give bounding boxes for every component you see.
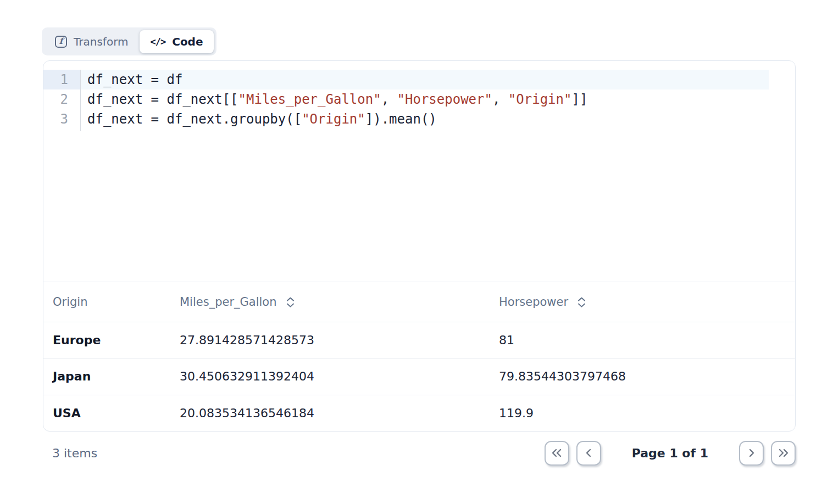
double-chevron-right-icon xyxy=(778,449,790,457)
code-line[interactable]: df_next = df_next.groupby(["Origin"]).me… xyxy=(81,109,795,129)
tab-transform[interactable]: f Transform xyxy=(45,30,138,53)
code-line[interactable]: df_next = df xyxy=(81,70,769,89)
line-number: 2 xyxy=(43,89,80,109)
previous-page-button[interactable] xyxy=(576,441,601,466)
column-header-miles-per-gallon[interactable]: Miles_per_Gallon xyxy=(180,295,499,309)
table-header-row: Origin Miles_per_Gallon Horsepower xyxy=(43,282,795,322)
code-editor[interactable]: 1 2 3 df_next = df df_next = df_next[["M… xyxy=(43,61,795,282)
column-header-label: Horsepower xyxy=(499,295,568,309)
cell-horsepower: 119.9 xyxy=(499,406,795,420)
view-tabbar: f Transform </> Code xyxy=(42,27,216,55)
cell-miles-per-gallon: 30.450632911392404 xyxy=(180,369,499,383)
items-count: 3 items xyxy=(43,446,97,460)
transform-panel: 1 2 3 df_next = df df_next = df_next[["M… xyxy=(43,60,796,432)
column-header-origin: Origin xyxy=(43,295,180,309)
chevron-right-icon xyxy=(747,449,756,457)
next-page-button[interactable] xyxy=(739,441,764,466)
page-indicator: Page 1 of 1 xyxy=(632,446,708,460)
code-icon: </> xyxy=(150,36,165,47)
tab-code[interactable]: </> Code xyxy=(140,30,213,53)
column-header-horsepower[interactable]: Horsepower xyxy=(499,295,795,309)
column-header-label: Miles_per_Gallon xyxy=(180,295,277,309)
line-number: 1 xyxy=(43,70,80,89)
table-footer: 3 items Page 1 of 1 xyxy=(43,439,796,467)
cell-miles-per-gallon: 27.891428571428573 xyxy=(180,333,499,347)
table-row: Europe 27.891428571428573 81 xyxy=(43,322,795,359)
editor-content: df_next = df df_next = df_next[["Miles_p… xyxy=(81,70,795,282)
cell-horsepower: 81 xyxy=(499,333,795,347)
sort-icon xyxy=(577,297,586,307)
cell-miles-per-gallon: 20.083534136546184 xyxy=(180,406,499,420)
double-chevron-left-icon xyxy=(551,449,563,457)
code-line[interactable]: df_next = df_next[["Miles_per_Gallon", "… xyxy=(81,89,795,109)
sort-icon xyxy=(286,297,295,307)
chevron-left-icon xyxy=(584,449,593,457)
table-row: Japan 30.450632911392404 79.835443037974… xyxy=(43,359,795,395)
last-page-button[interactable] xyxy=(771,441,796,466)
cell-horsepower: 79.83544303797468 xyxy=(499,369,795,383)
pagination: Page 1 of 1 xyxy=(545,441,796,466)
function-icon: f xyxy=(55,36,67,48)
line-number: 3 xyxy=(43,109,80,129)
cell-origin: USA xyxy=(43,406,180,420)
first-page-button[interactable] xyxy=(545,441,569,466)
editor-gutter: 1 2 3 xyxy=(43,70,81,131)
tab-transform-label: Transform xyxy=(74,35,128,48)
tab-code-label: Code xyxy=(172,35,203,48)
cell-origin: Japan xyxy=(43,369,180,383)
table-row: USA 20.083534136546184 119.9 xyxy=(43,395,795,431)
cell-origin: Europe xyxy=(43,333,180,347)
